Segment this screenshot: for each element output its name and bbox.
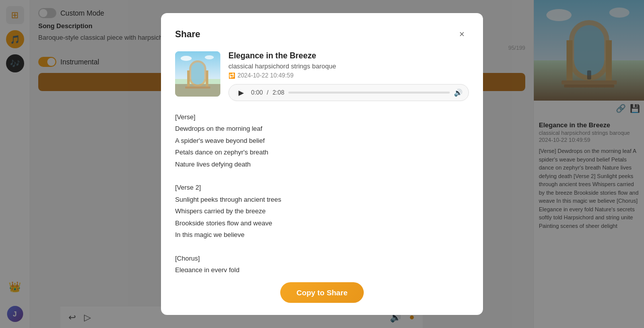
volume-button[interactable]: 🔊 [454,89,462,97]
progress-bar[interactable] [288,92,450,94]
svg-rect-17 [206,70,208,87]
svg-rect-15 [191,62,204,85]
time-current: 0:00 [251,89,263,96]
play-button[interactable]: ▶ [235,87,247,99]
lyrics-container[interactable]: [Verse] Dewdrops on the morning leaf A s… [175,111,469,272]
song-thumbnail [175,51,220,97]
modal-title: Share [175,29,200,40]
svg-point-19 [181,56,192,61]
modal-song-info: Elegance in the Breeze classical harpsic… [228,51,469,101]
share-modal: Share × [161,13,483,315]
modal-footer: Copy to Share [175,282,469,303]
modal-song-tags: classical harpsichord strings baroque [228,62,469,70]
svg-point-20 [205,55,214,59]
svg-rect-18 [185,87,210,89]
modal-header: Share × [175,27,469,41]
modal-overlay: Share × [0,0,644,328]
clock-icon: 🔁 [228,72,235,79]
svg-rect-16 [187,70,190,87]
lyrics-text: [Verse] Dewdrops on the morning leaf A s… [175,111,467,272]
modal-song-date: 2024-10-22 10:49:59 [237,72,293,79]
copy-to-share-button[interactable]: Copy to Share [280,282,364,303]
modal-song-card: Elegance in the Breeze classical harpsic… [175,51,469,101]
modal-close-button[interactable]: × [455,27,469,41]
modal-song-title: Elegance in the Breeze [228,51,469,60]
time-total: 2:08 [273,89,284,96]
modal-song-date-row: 🔁 2024-10-22 10:49:59 [228,72,469,79]
audio-player: ▶ 0:00 / 2:08 🔊 [228,84,469,101]
time-separator: / [267,89,268,96]
